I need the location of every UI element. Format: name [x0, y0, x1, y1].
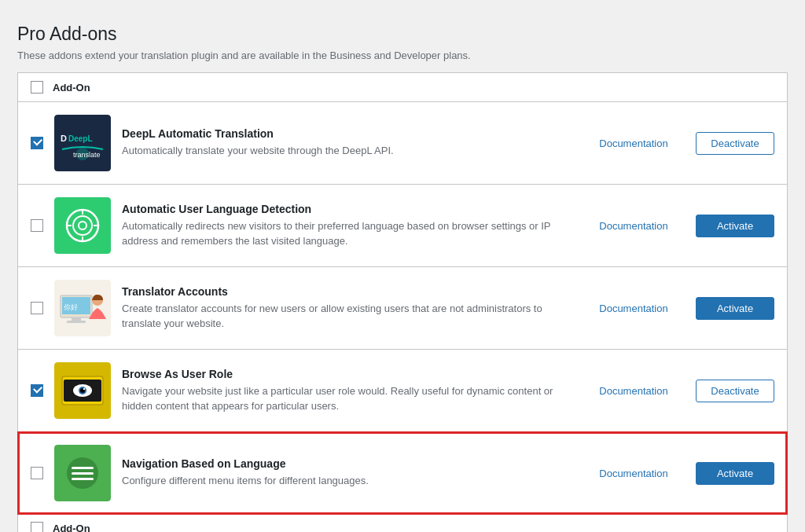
addon-doc-language-detection[interactable]: Documentation [590, 220, 677, 232]
addon-row-browse-as-user: Browse As User Role Navigate your websit… [18, 350, 787, 432]
header-checkbox[interactable] [31, 81, 43, 94]
addon-info-translator-accounts: Translator Accounts Create translator ac… [122, 285, 579, 332]
addon-icon-deepl: D DeepL translate [54, 115, 111, 171]
main-container: Pro Add-ons These addons extend your tra… [17, 24, 788, 532]
page-title: Pro Add-ons [17, 24, 788, 45]
addon-checkbox-navigation-language[interactable] [31, 467, 43, 479]
svg-rect-31 [72, 478, 94, 480]
addon-action-language-detection: Activate [688, 215, 774, 237]
addon-desc-deepl: Automatically translate your website thr… [122, 143, 579, 159]
svg-point-26 [83, 388, 85, 390]
svg-rect-29 [72, 467, 94, 469]
addon-icon-navigation-language [54, 445, 111, 501]
svg-text:D: D [61, 134, 67, 143]
addon-deactivate-button-deepl[interactable]: Deactivate [696, 132, 774, 155]
addon-action-browse-as-user: Deactivate [688, 380, 774, 402]
svg-rect-5 [54, 197, 111, 254]
table-footer-label: Add-On [53, 523, 90, 533]
addon-info-browse-as-user: Browse As User Role Navigate your websit… [122, 368, 579, 414]
addon-doc-deepl[interactable]: Documentation [590, 138, 677, 149]
svg-rect-30 [72, 472, 94, 475]
addon-doc-navigation-language[interactable]: Documentation [590, 468, 677, 479]
svg-text:translate: translate [73, 151, 101, 159]
addon-activate-button-translator-accounts[interactable]: Activate [696, 297, 774, 320]
addon-row-deepl: D DeepL translate DeepL Automatic Transl… [18, 102, 787, 185]
addons-table: Add-On D DeepL translate DeepL Automatic… [17, 72, 788, 532]
addon-checkbox-deepl[interactable] [31, 137, 43, 149]
page-description: These addons extend your translation plu… [17, 50, 788, 61]
svg-rect-16 [72, 317, 81, 321]
footer-checkbox[interactable] [31, 522, 43, 532]
addon-desc-language-detection: Automatically redirects new visitors to … [122, 218, 579, 249]
addon-desc-browse-as-user: Navigate your website just like a partic… [122, 383, 579, 414]
addon-activate-button-navigation-language[interactable]: Activate [696, 462, 774, 485]
addons-list: D DeepL translate DeepL Automatic Transl… [18, 102, 787, 514]
addon-name-language-detection: Automatic User Language Detection [122, 203, 579, 215]
addon-action-translator-accounts: Activate [688, 297, 774, 320]
addon-icon-translator-accounts: 你好 [54, 280, 111, 336]
addon-name-translator-accounts: Translator Accounts [122, 285, 579, 298]
addon-info-deepl: DeepL Automatic Translation Automaticall… [122, 127, 579, 159]
addon-doc-browse-as-user[interactable]: Documentation [590, 385, 677, 397]
addon-checkbox-translator-accounts[interactable] [31, 302, 43, 314]
addon-row-language-detection: Automatic User Language Detection Automa… [18, 185, 787, 267]
table-header-label: Add-On [53, 82, 90, 94]
table-header: Add-On [18, 73, 787, 102]
addon-doc-translator-accounts[interactable]: Documentation [590, 303, 677, 314]
table-footer: Add-On [18, 514, 787, 532]
addon-info-language-detection: Automatic User Language Detection Automa… [122, 203, 579, 249]
addon-icon-language-detection [54, 197, 111, 254]
addon-row-translator-accounts: 你好 Translator Accounts Create translator… [18, 267, 787, 350]
svg-rect-0 [54, 115, 111, 171]
addon-name-deepl: DeepL Automatic Translation [122, 127, 579, 140]
addon-desc-translator-accounts: Create translator accounts for new users… [122, 301, 579, 332]
svg-text:你好: 你好 [64, 303, 78, 311]
addon-row-navigation-language: Navigation Based on Language Configure d… [18, 432, 787, 514]
addon-activate-button-language-detection[interactable]: Activate [696, 215, 774, 237]
addon-desc-navigation-language: Configure different menu items for diffe… [122, 473, 579, 489]
svg-text:DeepL: DeepL [68, 134, 93, 143]
svg-rect-17 [67, 321, 86, 323]
addon-action-deepl: Deactivate [688, 132, 774, 155]
addon-checkbox-browse-as-user[interactable] [31, 384, 43, 397]
addon-name-browse-as-user: Browse As User Role [122, 368, 579, 380]
addon-action-navigation-language: Activate [688, 462, 774, 485]
addon-checkbox-language-detection[interactable] [31, 219, 43, 232]
addon-deactivate-button-browse-as-user[interactable]: Deactivate [696, 380, 774, 402]
addon-name-navigation-language: Navigation Based on Language [122, 457, 579, 470]
addon-info-navigation-language: Navigation Based on Language Configure d… [122, 457, 579, 489]
addon-icon-browse-as-user [54, 362, 111, 419]
